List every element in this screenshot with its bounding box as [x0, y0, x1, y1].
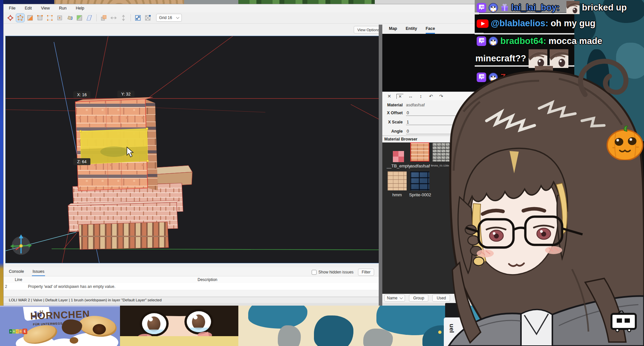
chat-message[interactable]: @blablaelios: oh my gug: [477, 18, 595, 29]
grid-size-value: Grid 16: [159, 15, 172, 20]
issues-table-header: Line Description: [4, 276, 379, 283]
toolbar: Grid 16: [4, 12, 479, 24]
toolbar-separator: [131, 14, 131, 21]
twitch-badge-icon: [477, 3, 486, 12]
tab-entity[interactable]: Entity: [406, 26, 417, 34]
menu-view[interactable]: View: [41, 6, 50, 11]
menu-edit[interactable]: Edit: [25, 6, 32, 11]
menu-bar: File Edit View Run Help: [4, 4, 482, 12]
menu-run[interactable]: Run: [59, 6, 67, 11]
gift-badge-icon: [500, 3, 509, 12]
chat-text: bricked up: [582, 3, 627, 13]
line-column-header: Line: [15, 277, 22, 282]
vtuber-avatar: [355, 53, 644, 346]
vertex-tool-icon[interactable]: [46, 14, 54, 22]
z-coord-label: Z: 64: [77, 160, 87, 164]
tv-logo-sticker: [608, 310, 640, 333]
tab-console[interactable]: Console: [8, 268, 25, 276]
viewport-3d[interactable]: X: 16 Y: 32 Z: 64: [5, 36, 380, 263]
edge-tool-icon[interactable]: [36, 14, 44, 22]
chat-text: oh my gug: [551, 18, 596, 29]
chocolate-splat: [62, 319, 82, 335]
tab-map[interactable]: Map: [389, 26, 397, 34]
csg-tool-icon[interactable]: [75, 14, 83, 22]
youtube-badge-icon: [477, 19, 489, 28]
background-left-strip: [0, 0, 3, 306]
penguin-badge-icon: [489, 36, 498, 46]
viewport-scene: X: 16 Y: 32 Z: 64: [6, 36, 379, 263]
pumpkin-sticker: [606, 125, 644, 160]
show-hidden-issues-checkbox[interactable]: [312, 270, 317, 275]
chocolate-filling: [93, 324, 106, 335]
chevron-down-icon: [176, 16, 179, 19]
chat-username[interactable]: @blablaelios:: [491, 18, 548, 29]
viewport-background: [6, 36, 379, 263]
rotate-objects-tool-icon[interactable]: [65, 14, 74, 22]
texture-lock-toggle-icon[interactable]: [134, 14, 142, 22]
y-coord-label: Y: 32: [121, 92, 131, 97]
console-panel: Console Issues Show hidden issues Filter…: [4, 267, 379, 296]
create-brush-tool-icon[interactable]: [16, 14, 24, 22]
flip-horizontal-tool-icon[interactable]: [109, 14, 118, 22]
chat-message[interactable]: bradbot64: mocca made: [477, 36, 602, 46]
toolbar-separator: [96, 14, 97, 21]
chat-message[interactable]: lai_lai_boy: bricked up: [477, 1, 627, 14]
penguin-badge-icon: [489, 3, 498, 12]
anime-emote-icon: [566, 1, 580, 14]
clip-tool-icon[interactable]: [26, 14, 34, 22]
croissant-package-image: Ju HÖRNCHEN FÜR UNTERWEGS - EINZELN VERP…: [0, 306, 120, 346]
hazelnut-image: [70, 337, 78, 344]
right-panel-tabs: Map Entity Face: [382, 25, 484, 34]
chat-username[interactable]: lai_lai_boy:: [511, 3, 560, 13]
shear-tool-icon[interactable]: [85, 14, 93, 22]
issue-description: Property 'wad' of worldspawn has an empt…: [28, 284, 115, 289]
tab-face[interactable]: Face: [426, 26, 435, 34]
status-bar-text: LOLI WAR 2 | Valve | Default Layer | 1 b…: [9, 298, 162, 302]
show-hidden-issues-label: Show hidden issues: [319, 270, 354, 274]
issue-line-number: 2: [5, 284, 7, 289]
uv-lock-toggle-icon[interactable]: [144, 14, 152, 22]
twitch-badge-icon: [477, 36, 486, 46]
x-coord-label: X: 16: [77, 93, 86, 97]
avatar-eyebrow: [523, 209, 544, 211]
menu-help[interactable]: Help: [76, 6, 84, 11]
menu-file[interactable]: File: [9, 6, 15, 11]
chat-username[interactable]: bradbot64:: [500, 36, 546, 46]
flip-vertical-tool-icon[interactable]: [119, 14, 128, 22]
face-tool-icon[interactable]: [56, 14, 64, 22]
tab-issues[interactable]: Issues: [32, 268, 45, 276]
issue-row[interactable]: 2 Property 'wad' of worldspawn has an em…: [4, 283, 379, 290]
chat-text: mocca made: [549, 36, 603, 46]
move-objects-tool-icon[interactable]: [6, 14, 14, 22]
duplicate-tool-icon[interactable]: [100, 14, 108, 22]
grid-size-dropdown[interactable]: Grid 16: [156, 14, 182, 22]
nutri-score-badge: A B C D E: [9, 329, 27, 334]
screen-root: File Edit View Run Help Grid 16: [0, 0, 644, 346]
description-column-header: Description: [198, 277, 217, 282]
crying-anime-girl-image: [120, 306, 238, 346]
view-options-label: View Options: [357, 28, 380, 32]
